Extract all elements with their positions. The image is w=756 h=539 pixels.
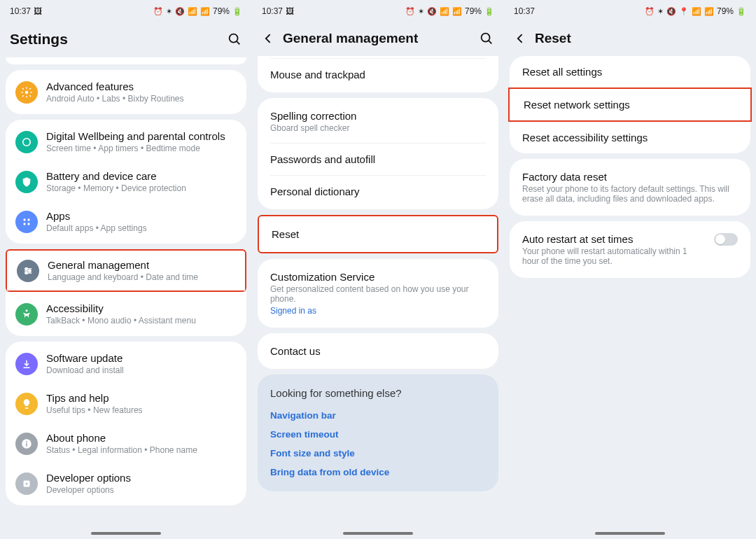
item-label: Reset network settings (524, 99, 630, 111)
back-button[interactable] (514, 31, 528, 46)
item-sub: Storage • Memory • Device protection (46, 183, 186, 193)
item-label: Personal dictionary (270, 186, 360, 197)
item-contact-us[interactable]: Contact us (258, 335, 498, 367)
item-sub: TalkBack • Mono audio • Assistant menu (46, 316, 196, 326)
svg-point-4 (23, 218, 25, 220)
battery-icon: 🔋 (484, 8, 494, 15)
status-bar: 10:37 ⏰✶🔇📍📶📶79%🔋 (504, 0, 756, 20)
back-button[interactable] (262, 31, 276, 46)
svg-point-11 (25, 267, 27, 270)
item-auto-restart[interactable]: Auto restart at set timesYour phone will… (510, 223, 750, 276)
signed-in-link[interactable]: Signed in as (270, 306, 486, 316)
item-digital-wellbeing[interactable]: Digital Wellbeing and parental controlsS… (6, 122, 246, 162)
wifi-icon: 📶 (440, 8, 449, 15)
header: Settings (0, 20, 252, 57)
item-customization-service[interactable]: Customization Service Get personalized c… (258, 261, 498, 326)
item-personal-dictionary[interactable]: Personal dictionary (258, 176, 498, 207)
item-spelling[interactable]: Spelling correctionGboard spell checker (258, 100, 498, 143)
item-label: Accessibility (46, 302, 196, 314)
item-mouse-trackpad[interactable]: Mouse and trackpad (258, 59, 498, 90)
svg-point-20 (482, 34, 490, 42)
panel-general-management: 10:37🖼 ⏰✶🔇📶📶79%🔋 General management Mous… (252, 0, 504, 539)
item-label: Factory data reset (522, 171, 738, 183)
svg-point-7 (27, 223, 29, 225)
card-auto-restart: Auto restart at set timesYour phone will… (510, 221, 750, 278)
item-label: Passwords and autofill (270, 153, 375, 165)
clock: 10:37 (514, 6, 535, 16)
battery-pct: 79% (213, 6, 230, 16)
svg-point-17 (26, 440, 27, 442)
card-advanced: Advanced featuresAndroid Auto • Labs • B… (6, 70, 246, 114)
signal-icon: 📶 (704, 8, 714, 15)
item-about-phone[interactable]: About phoneStatus • Legal information • … (6, 424, 246, 463)
item-label: Software update (46, 352, 124, 364)
item-reset-network-settings[interactable]: Reset network settings (508, 88, 752, 122)
battery-pct: 79% (717, 6, 734, 16)
alarm-icon: ⏰ (645, 8, 654, 15)
location-icon: 📍 (679, 8, 689, 15)
page-title: Settings (10, 31, 220, 48)
card-factory-reset: Factory data resetReset your phone to it… (510, 159, 750, 216)
item-label: Reset accessibility settings (522, 132, 648, 144)
bluetooth-icon: ✶ (418, 8, 424, 15)
card-previous-partial (6, 57, 246, 64)
link-navigation-bar[interactable]: Navigation bar (270, 410, 486, 421)
svg-point-13 (25, 272, 27, 274)
item-sub: Android Auto • Labs • Bixby Routines (46, 94, 184, 104)
item-label: Customization Service (270, 271, 486, 283)
home-indicator[interactable] (343, 532, 413, 535)
home-indicator[interactable] (595, 532, 665, 535)
card-general-management-highlight: General managementLanguage and keyboard … (6, 249, 246, 292)
item-developer-options[interactable]: Developer optionsDeveloper options (6, 463, 246, 503)
card-reset-highlight: Reset (258, 215, 498, 253)
header: Reset (504, 20, 756, 56)
image-icon: 🖼 (34, 6, 42, 16)
item-battery-care[interactable]: Battery and device careStorage • Memory … (6, 162, 246, 202)
item-sub: Default apps • App settings (46, 223, 147, 233)
item-general-management[interactable]: General managementLanguage and keyboard … (7, 251, 245, 290)
item-factory-reset[interactable]: Factory data resetReset your phone to it… (510, 161, 750, 214)
svg-point-12 (29, 270, 31, 272)
auto-restart-toggle[interactable] (714, 233, 738, 246)
card-accessibility-bottom: AccessibilityTalkBack • Mono audio • Ass… (6, 292, 246, 336)
card-text-services: Spelling correctionGboard spell checker … (258, 98, 498, 209)
item-label: Contact us (270, 345, 321, 357)
item-label: Developer options (46, 472, 131, 484)
item-reset[interactable]: Reset (259, 218, 497, 250)
wifi-icon: 📶 (188, 8, 197, 15)
item-label: Reset all settings (522, 66, 602, 78)
mute-icon: 🔇 (175, 8, 185, 15)
search-icon[interactable] (479, 31, 494, 46)
link-bring-data[interactable]: Bring data from old device (270, 467, 486, 477)
item-reset-accessibility-settings[interactable]: Reset accessibility settings (510, 122, 750, 153)
item-passwords-autofill[interactable]: Passwords and autofill (258, 144, 498, 175)
item-label: Digital Wellbeing and parental controls (46, 130, 225, 142)
battery-icon: 🔋 (736, 8, 746, 15)
item-advanced-features[interactable]: Advanced featuresAndroid Auto • Labs • B… (6, 72, 246, 112)
item-label: Reset (272, 228, 299, 240)
item-tips-help[interactable]: Tips and helpUseful tips • New features (6, 384, 246, 424)
item-label: Spelling correction (270, 110, 356, 122)
wifi-icon: 📶 (692, 8, 701, 15)
link-screen-timeout[interactable]: Screen timeout (270, 429, 486, 440)
signal-icon: 📶 (452, 8, 462, 15)
card-mouse: Mouse and trackpad (258, 56, 498, 92)
item-software-update[interactable]: Software updateDownload and install (6, 344, 246, 384)
svg-point-0 (230, 34, 238, 43)
bluetooth-icon: ✶ (166, 8, 172, 15)
svg-rect-16 (26, 442, 27, 446)
looking-for-box: Looking for something else? Navigation b… (258, 374, 498, 491)
item-accessibility[interactable]: AccessibilityTalkBack • Mono audio • Ass… (6, 294, 246, 334)
item-sub: Useful tips • New features (46, 405, 143, 415)
card-customization: Customization Service Get personalized c… (258, 259, 498, 328)
search-icon[interactable] (227, 31, 242, 47)
item-label: Auto restart at set times (522, 233, 706, 245)
clock: 10:37 (262, 6, 283, 16)
link-font-size[interactable]: Font size and style (270, 448, 486, 458)
home-indicator[interactable] (91, 532, 161, 535)
item-apps[interactable]: AppsDefault apps • App settings (6, 202, 246, 241)
item-label: Apps (46, 210, 147, 222)
item-sub: Your phone will restart automatically wi… (522, 246, 706, 266)
item-reset-all-settings[interactable]: Reset all settings (510, 56, 750, 88)
item-sub: Screen time • App timers • Bedtime mode (46, 144, 225, 153)
